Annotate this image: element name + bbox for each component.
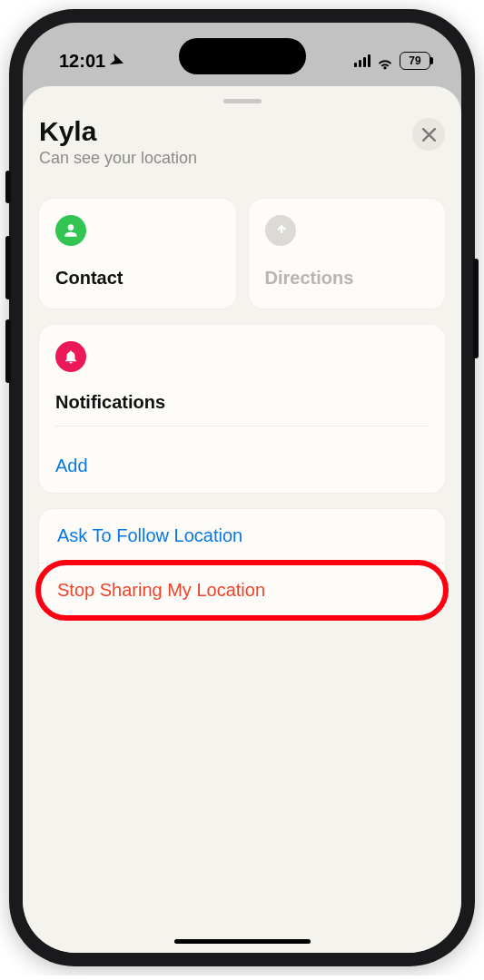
bell-icon — [55, 341, 86, 372]
screen: 12:01 ➤ 79 Kyla Can see your l — [23, 23, 461, 953]
volume-up-button — [5, 236, 11, 299]
ask-follow-location-button[interactable]: Ask To Follow Location — [39, 509, 445, 563]
status-time: 12:01 — [59, 51, 105, 72]
power-button — [473, 259, 479, 358]
phone-frame: 12:01 ➤ 79 Kyla Can see your l — [9, 9, 475, 966]
directions-label: Directions — [265, 268, 430, 289]
stop-sharing-location-button[interactable]: Stop Sharing My Location — [39, 564, 445, 617]
silence-switch — [5, 171, 11, 203]
add-notification-button[interactable]: Add — [39, 441, 445, 493]
dynamic-island — [179, 38, 306, 74]
directions-icon — [265, 215, 296, 246]
location-actions-panel: Ask To Follow Location Stop Sharing My L… — [39, 509, 445, 617]
close-button[interactable] — [412, 118, 445, 151]
close-icon — [422, 128, 436, 142]
volume-down-button — [5, 319, 11, 383]
wifi-icon — [376, 54, 394, 68]
location-services-icon: ➤ — [108, 49, 128, 73]
notifications-panel: Notifications Add — [39, 325, 445, 493]
battery-level: 79 — [409, 54, 420, 67]
contact-card[interactable]: Contact — [39, 199, 236, 309]
location-status-text: Can see your location — [39, 149, 197, 168]
contact-label: Contact — [55, 268, 220, 289]
stop-sharing-label: Stop Sharing My Location — [57, 580, 265, 600]
directions-card: Directions — [249, 199, 446, 309]
battery-indicator: 79 — [400, 52, 430, 70]
home-indicator[interactable] — [174, 939, 311, 944]
add-label: Add — [55, 456, 88, 475]
person-name: Kyla — [39, 116, 197, 147]
sheet-grabber[interactable] — [223, 99, 262, 103]
person-sheet: Kyla Can see your location Contact — [23, 86, 461, 953]
ask-follow-label: Ask To Follow Location — [57, 525, 242, 545]
notifications-title: Notifications — [55, 392, 429, 413]
cellular-signal-icon — [354, 54, 370, 67]
person-icon — [55, 215, 86, 246]
